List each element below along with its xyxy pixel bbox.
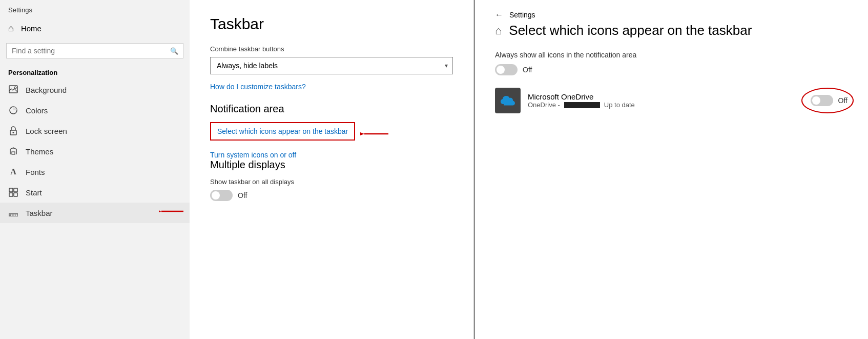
background-icon [8, 85, 18, 95]
onedrive-off-label: Off [838, 96, 848, 105]
start-label: Start [26, 188, 42, 197]
right-home-icon: ⌂ [495, 24, 502, 37]
taskbar-arrow-annotation [159, 206, 184, 220]
lock-screen-icon [8, 126, 18, 136]
onedrive-status: OneDrive - Up to date [528, 101, 803, 109]
onedrive-name: Microsoft OneDrive [528, 92, 803, 101]
svg-rect-7 [9, 188, 13, 192]
start-icon [8, 187, 18, 197]
right-panel: ← Settings ⌂ Select which icons appear o… [474, 0, 868, 339]
fonts-icon: A [8, 167, 18, 177]
svg-rect-10 [14, 193, 17, 196]
sidebar: Settings ⌂ Home 🔍 Personalization Backgr… [0, 0, 190, 339]
page-title: Taskbar [210, 15, 453, 33]
sidebar-item-fonts[interactable]: A Fonts [0, 162, 190, 182]
background-label: Background [26, 86, 67, 94]
sidebar-item-start[interactable]: Start [0, 182, 190, 203]
sidebar-item-background[interactable]: Background [0, 79, 190, 100]
svg-rect-13 [12, 215, 13, 216]
home-label: Home [21, 24, 42, 33]
colors-icon [8, 105, 18, 115]
search-input[interactable] [6, 43, 183, 58]
svg-point-1 [14, 87, 16, 89]
combine-dropdown[interactable]: Always, hide labels When taskbar is full… [210, 57, 453, 74]
svg-rect-5 [12, 152, 15, 154]
sidebar-settings-title: Settings [0, 0, 190, 18]
search-icon: 🔍 [170, 47, 178, 55]
always-show-label: Always show all icons in the notificatio… [495, 51, 848, 59]
notification-arrow-annotation [360, 127, 391, 142]
lock-screen-label: Lock screen [26, 127, 67, 135]
svg-rect-9 [9, 193, 13, 196]
notification-area-heading: Notification area [210, 103, 453, 115]
always-show-toggle-row: Off [495, 64, 848, 75]
always-show-toggle[interactable] [495, 64, 518, 75]
onedrive-status-suffix: Up to date [604, 101, 635, 109]
colors-label: Colors [26, 106, 48, 115]
onedrive-row: Microsoft OneDrive OneDrive - Up to date… [495, 88, 848, 113]
onedrive-info: Microsoft OneDrive OneDrive - Up to date [528, 92, 803, 109]
svg-rect-14 [13, 215, 14, 216]
notification-link-row: Select which icons appear on the taskbar [210, 122, 453, 147]
taskbar-icon [8, 208, 18, 218]
right-title-row: ⌂ Select which icons appear on the taskb… [495, 23, 848, 38]
sidebar-item-themes[interactable]: Themes [0, 141, 190, 162]
show-taskbar-off-label: Off [238, 191, 247, 200]
notification-taskbar-link[interactable]: Select which icons appear on the taskbar [210, 122, 355, 141]
themes-label: Themes [26, 147, 53, 156]
fonts-label: Fonts [26, 168, 45, 176]
show-taskbar-toggle-row: Off [210, 190, 453, 201]
combine-dropdown-wrapper: Always, hide labels When taskbar is full… [210, 57, 453, 74]
search-box: 🔍 [6, 43, 183, 58]
onedrive-status-prefix: OneDrive - [528, 101, 560, 109]
back-arrow-button[interactable]: ← [495, 10, 503, 19]
svg-rect-12 [9, 215, 11, 216]
onedrive-bar [564, 102, 600, 108]
multiple-displays-heading: Multiple displays [210, 159, 453, 171]
combine-label: Combine taskbar buttons [210, 45, 453, 53]
right-panel-header: ← Settings [495, 10, 848, 19]
svg-rect-15 [15, 215, 16, 216]
sidebar-item-lock-screen[interactable]: Lock screen [0, 121, 190, 141]
right-panel-title: Select which icons appear on the taskbar [509, 23, 752, 38]
home-icon: ⌂ [8, 23, 14, 34]
svg-point-4 [13, 132, 14, 133]
onedrive-toggle[interactable] [811, 95, 833, 106]
sidebar-home-button[interactable]: ⌂ Home [0, 18, 190, 39]
themes-icon [8, 146, 18, 156]
taskbar-label: Taskbar [26, 209, 53, 217]
onedrive-icon [495, 88, 521, 113]
onedrive-toggle-area: Off [811, 95, 848, 106]
customize-link[interactable]: How do I customize taskbars? [210, 83, 453, 91]
always-show-off-label: Off [523, 66, 532, 74]
sidebar-item-taskbar[interactable]: Taskbar [0, 203, 190, 223]
svg-rect-8 [14, 188, 17, 192]
main-panel: Taskbar Combine taskbar buttons Always, … [190, 0, 474, 339]
right-settings-label: Settings [509, 11, 535, 19]
show-taskbar-label: Show taskbar on all displays [210, 178, 453, 186]
system-icons-link[interactable]: Turn system icons on or off [210, 151, 296, 159]
sidebar-item-colors[interactable]: Colors [0, 100, 190, 121]
show-taskbar-toggle[interactable] [210, 190, 233, 201]
personalization-label: Personalization [0, 63, 190, 79]
